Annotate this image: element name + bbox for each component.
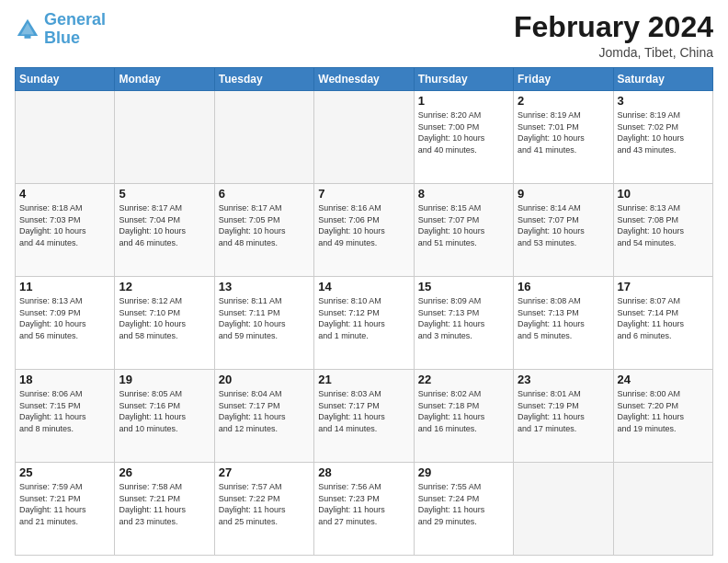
day-cell: 11Sunrise: 8:13 AM Sunset: 7:09 PM Dayli… — [16, 277, 115, 370]
day-info: Sunrise: 8:08 AM Sunset: 7:13 PM Dayligh… — [518, 295, 609, 341]
day-info: Sunrise: 8:20 AM Sunset: 7:00 PM Dayligh… — [418, 109, 509, 155]
day-cell: 6Sunrise: 8:17 AM Sunset: 7:05 PM Daylig… — [214, 184, 313, 277]
day-cell: 9Sunrise: 8:14 AM Sunset: 7:07 PM Daylig… — [514, 184, 613, 277]
day-number: 17 — [618, 280, 709, 293]
day-info: Sunrise: 8:04 AM Sunset: 7:17 PM Dayligh… — [219, 388, 310, 434]
weekday-sunday: Sunday — [16, 68, 115, 91]
day-info: Sunrise: 8:11 AM Sunset: 7:11 PM Dayligh… — [219, 295, 310, 341]
day-info: Sunrise: 8:14 AM Sunset: 7:07 PM Dayligh… — [518, 202, 609, 248]
day-cell: 2Sunrise: 8:19 AM Sunset: 7:01 PM Daylig… — [514, 91, 613, 184]
day-number: 1 — [418, 94, 509, 108]
day-number: 27 — [219, 465, 310, 479]
logo-blue: Blue — [44, 29, 80, 47]
calendar-subtitle: Jomda, Tibet, China — [514, 45, 713, 60]
day-info: Sunrise: 8:01 AM Sunset: 7:19 PM Dayligh… — [518, 388, 609, 434]
logo: General Blue — [15, 11, 106, 48]
day-info: Sunrise: 8:03 AM Sunset: 7:17 PM Dayligh… — [318, 388, 409, 434]
header: General Blue February 2024 Jomda, Tibet,… — [15, 11, 713, 60]
day-info: Sunrise: 8:19 AM Sunset: 7:01 PM Dayligh… — [518, 109, 609, 155]
day-cell: 25Sunrise: 7:59 AM Sunset: 7:21 PM Dayli… — [16, 463, 115, 556]
day-cell: 26Sunrise: 7:58 AM Sunset: 7:21 PM Dayli… — [115, 463, 214, 556]
day-info: Sunrise: 8:10 AM Sunset: 7:12 PM Dayligh… — [318, 295, 409, 341]
day-number: 21 — [318, 373, 409, 386]
page: General Blue February 2024 Jomda, Tibet,… — [0, 0, 728, 563]
logo-icon — [15, 17, 40, 42]
day-info: Sunrise: 8:05 AM Sunset: 7:16 PM Dayligh… — [119, 388, 210, 434]
day-number: 7 — [318, 187, 409, 201]
day-cell — [214, 91, 313, 184]
day-number: 6 — [219, 187, 310, 201]
day-number: 8 — [418, 187, 509, 201]
day-number: 5 — [119, 187, 210, 201]
svg-rect-2 — [25, 34, 31, 38]
weekday-tuesday: Tuesday — [214, 68, 313, 91]
day-cell: 29Sunrise: 7:55 AM Sunset: 7:24 PM Dayli… — [414, 463, 513, 556]
day-cell: 3Sunrise: 8:19 AM Sunset: 7:02 PM Daylig… — [613, 91, 712, 184]
day-number: 12 — [119, 280, 210, 293]
week-row-1: 1Sunrise: 8:20 AM Sunset: 7:00 PM Daylig… — [16, 91, 713, 184]
day-info: Sunrise: 7:57 AM Sunset: 7:22 PM Dayligh… — [219, 481, 310, 527]
day-cell: 17Sunrise: 8:07 AM Sunset: 7:14 PM Dayli… — [613, 277, 712, 370]
day-number: 3 — [618, 94, 709, 108]
day-info: Sunrise: 7:58 AM Sunset: 7:21 PM Dayligh… — [119, 481, 210, 527]
day-info: Sunrise: 8:00 AM Sunset: 7:20 PM Dayligh… — [618, 388, 709, 434]
day-info: Sunrise: 8:02 AM Sunset: 7:18 PM Dayligh… — [418, 388, 509, 434]
day-info: Sunrise: 8:19 AM Sunset: 7:02 PM Dayligh… — [618, 109, 709, 155]
week-row-3: 11Sunrise: 8:13 AM Sunset: 7:09 PM Dayli… — [16, 277, 713, 370]
day-number: 16 — [518, 280, 609, 293]
weekday-monday: Monday — [115, 68, 214, 91]
day-cell: 5Sunrise: 8:17 AM Sunset: 7:04 PM Daylig… — [115, 184, 214, 277]
day-number: 23 — [518, 373, 609, 386]
calendar-table: SundayMondayTuesdayWednesdayThursdayFrid… — [15, 67, 713, 556]
day-info: Sunrise: 8:09 AM Sunset: 7:13 PM Dayligh… — [418, 295, 509, 341]
weekday-saturday: Saturday — [613, 68, 712, 91]
day-number: 28 — [318, 465, 409, 479]
day-cell — [16, 91, 115, 184]
day-number: 25 — [19, 465, 110, 479]
day-info: Sunrise: 7:59 AM Sunset: 7:21 PM Dayligh… — [19, 481, 110, 527]
day-number: 18 — [19, 373, 110, 386]
logo-general: General — [44, 10, 106, 29]
day-cell: 21Sunrise: 8:03 AM Sunset: 7:17 PM Dayli… — [314, 370, 414, 463]
day-cell: 8Sunrise: 8:15 AM Sunset: 7:07 PM Daylig… — [414, 184, 513, 277]
day-cell: 23Sunrise: 8:01 AM Sunset: 7:19 PM Dayli… — [514, 370, 613, 463]
day-cell — [613, 463, 712, 556]
day-cell: 1Sunrise: 8:20 AM Sunset: 7:00 PM Daylig… — [414, 91, 513, 184]
week-row-5: 25Sunrise: 7:59 AM Sunset: 7:21 PM Dayli… — [16, 463, 713, 556]
day-cell: 14Sunrise: 8:10 AM Sunset: 7:12 PM Dayli… — [314, 277, 414, 370]
day-cell: 4Sunrise: 8:18 AM Sunset: 7:03 PM Daylig… — [16, 184, 115, 277]
day-number: 13 — [219, 280, 310, 293]
day-info: Sunrise: 8:17 AM Sunset: 7:04 PM Dayligh… — [119, 202, 210, 248]
day-cell: 27Sunrise: 7:57 AM Sunset: 7:22 PM Dayli… — [214, 463, 313, 556]
logo-text: General Blue — [44, 11, 106, 48]
day-info: Sunrise: 8:12 AM Sunset: 7:10 PM Dayligh… — [119, 295, 210, 341]
weekday-header-row: SundayMondayTuesdayWednesdayThursdayFrid… — [16, 68, 713, 91]
day-cell: 19Sunrise: 8:05 AM Sunset: 7:16 PM Dayli… — [115, 370, 214, 463]
week-row-2: 4Sunrise: 8:18 AM Sunset: 7:03 PM Daylig… — [16, 184, 713, 277]
weekday-thursday: Thursday — [414, 68, 513, 91]
week-row-4: 18Sunrise: 8:06 AM Sunset: 7:15 PM Dayli… — [16, 370, 713, 463]
day-number: 14 — [318, 280, 409, 293]
day-number: 10 — [618, 187, 709, 201]
day-number: 22 — [418, 373, 509, 386]
day-cell: 12Sunrise: 8:12 AM Sunset: 7:10 PM Dayli… — [115, 277, 214, 370]
day-cell — [314, 91, 414, 184]
day-number: 11 — [19, 280, 110, 293]
day-info: Sunrise: 8:13 AM Sunset: 7:08 PM Dayligh… — [618, 202, 709, 248]
day-cell — [514, 463, 613, 556]
day-cell — [115, 91, 214, 184]
day-info: Sunrise: 8:13 AM Sunset: 7:09 PM Dayligh… — [19, 295, 110, 341]
day-cell: 28Sunrise: 7:56 AM Sunset: 7:23 PM Dayli… — [314, 463, 414, 556]
day-cell: 13Sunrise: 8:11 AM Sunset: 7:11 PM Dayli… — [214, 277, 313, 370]
day-number: 2 — [518, 94, 609, 108]
day-info: Sunrise: 8:18 AM Sunset: 7:03 PM Dayligh… — [19, 202, 110, 248]
day-cell: 20Sunrise: 8:04 AM Sunset: 7:17 PM Dayli… — [214, 370, 313, 463]
day-number: 24 — [618, 373, 709, 386]
day-number: 29 — [418, 465, 509, 479]
day-number: 4 — [19, 187, 110, 201]
weekday-friday: Friday — [514, 68, 613, 91]
day-number: 15 — [418, 280, 509, 293]
day-info: Sunrise: 8:07 AM Sunset: 7:14 PM Dayligh… — [618, 295, 709, 341]
day-info: Sunrise: 8:06 AM Sunset: 7:15 PM Dayligh… — [19, 388, 110, 434]
day-cell: 24Sunrise: 8:00 AM Sunset: 7:20 PM Dayli… — [613, 370, 712, 463]
